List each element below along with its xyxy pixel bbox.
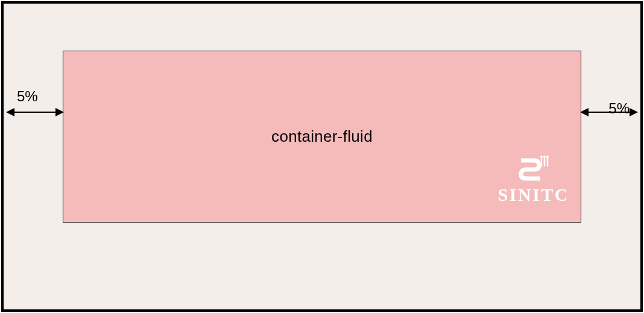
watermark-text: SINITC — [498, 185, 569, 205]
logo-icon — [515, 156, 552, 183]
svg-point-4 — [543, 156, 546, 158]
arrow-left-icon — [7, 105, 63, 129]
arrowhead-right-icon — [55, 108, 64, 116]
watermark-logo: SINITC — [498, 156, 569, 205]
arrow-line — [7, 112, 63, 113]
svg-point-3 — [540, 156, 543, 158]
margin-left-label: 5% — [17, 88, 38, 105]
container-label: container-fluid — [271, 127, 373, 146]
arrowhead-left-icon — [580, 108, 589, 116]
arrowhead-right-icon — [630, 108, 638, 116]
arrow-line — [581, 112, 637, 113]
svg-point-5 — [546, 156, 549, 158]
arrow-right-icon — [581, 105, 637, 129]
outer-frame: container-fluid 5% 5% SINITC — [1, 1, 643, 312]
arrowhead-left-icon — [6, 108, 14, 116]
